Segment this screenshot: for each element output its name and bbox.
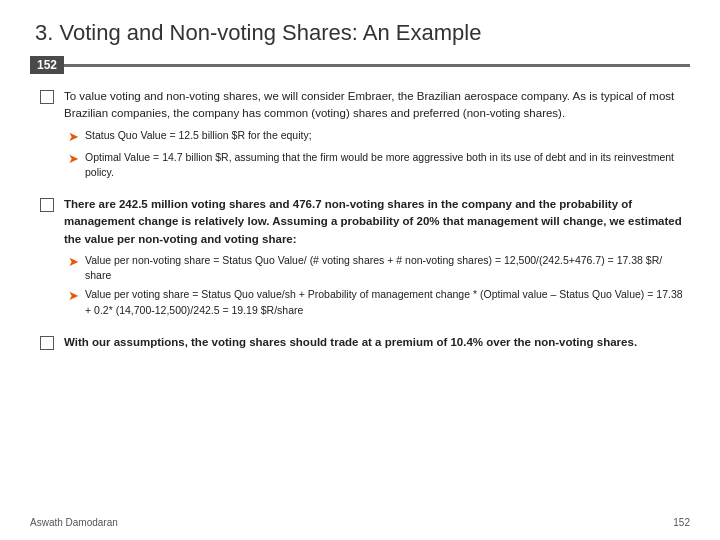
bullet-block-2: There are 242.5 million voting shares an… [40,196,690,322]
checkbox-icon-2 [40,198,54,212]
sub-bullet-text-1-1: Status Quo Value = 12.5 billion $R for t… [85,128,690,143]
footer-page: 152 [673,517,690,528]
sub-bullet-1-1: ➤ Status Quo Value = 12.5 billion $R for… [68,128,690,146]
content-area: To value voting and non-voting shares, w… [30,88,690,351]
bullet-text-1: To value voting and non-voting shares, w… [64,88,690,184]
checkbox-icon-3 [40,336,54,350]
footer-author: Aswath Damodaran [30,517,118,528]
slide-number-line [64,64,690,67]
slide-number-box: 152 [30,56,64,74]
bullet-text-3: With our assumptions, the voting shares … [64,334,690,351]
bullet-bold-text-3: With our assumptions, the voting shares … [64,336,637,348]
slide-container: 3. Voting and Non-voting Shares: An Exam… [0,0,720,540]
sub-bullet-1-2: ➤ Optimal Value = 14.7 billion $R, assum… [68,150,690,180]
slide-title: 3. Voting and Non-voting Shares: An Exam… [30,20,690,46]
slide-number-bar: 152 [30,56,690,74]
bullet-block-3: With our assumptions, the voting shares … [40,334,690,351]
arrow-icon-1-2: ➤ [68,150,79,168]
sub-bullets-1: ➤ Status Quo Value = 12.5 billion $R for… [68,128,690,181]
arrow-icon-2-1: ➤ [68,253,79,271]
checkbox-icon-1 [40,90,54,104]
arrow-icon-2-2: ➤ [68,287,79,305]
bullet-text-2: There are 242.5 million voting shares an… [64,196,690,322]
sub-bullet-text-2-2: Value per voting share = Status Quo valu… [85,287,690,317]
sub-bullet-2-2: ➤ Value per voting share = Status Quo va… [68,287,690,317]
sub-bullets-2: ➤ Value per non-voting share = Status Qu… [68,253,690,318]
sub-bullet-2-1: ➤ Value per non-voting share = Status Qu… [68,253,690,283]
bullet-bold-text-2: There are 242.5 million voting shares an… [64,198,682,245]
footer: Aswath Damodaran 152 [30,517,690,528]
bullet-text-1-content: To value voting and non-voting shares, w… [64,90,674,119]
bullet-block-1: To value voting and non-voting shares, w… [40,88,690,184]
sub-bullet-text-2-1: Value per non-voting share = Status Quo … [85,253,690,283]
sub-bullet-text-1-2: Optimal Value = 14.7 billion $R, assumin… [85,150,690,180]
arrow-icon-1-1: ➤ [68,128,79,146]
